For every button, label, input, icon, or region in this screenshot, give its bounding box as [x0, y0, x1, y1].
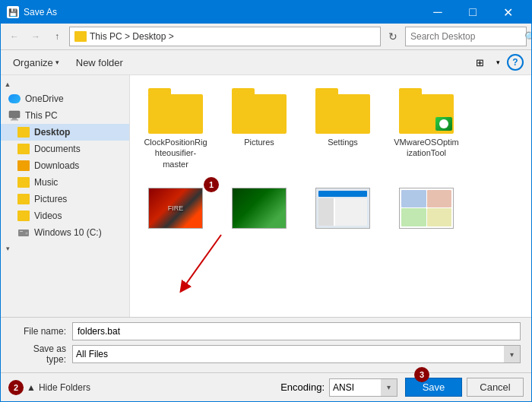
file-item-clockposition[interactable]: ClockPositionRighteousifier-master: [138, 83, 214, 175]
drive-icon: [17, 227, 30, 238]
encoding-label: Encoding:: [280, 381, 325, 393]
sidebar-item-downloads[interactable]: Downloads: [1, 157, 129, 174]
view-icons: ⊞ ▾ ?: [470, 53, 524, 71]
new-folder-label: New folder: [76, 57, 123, 68]
annotation-badge-1: 1: [204, 177, 219, 192]
svg-rect-0: [9, 111, 20, 118]
search-box: 🔍: [405, 27, 527, 46]
collapse-icon: ▲: [1, 80, 10, 89]
svg-point-5: [25, 232, 28, 235]
svg-rect-1: [12, 118, 17, 119]
breadcrumb[interactable]: This PC > Desktop >: [69, 27, 381, 46]
sidebar-item-label: Pictures: [34, 194, 67, 204]
up-button[interactable]: ↑: [48, 27, 66, 46]
forward-button[interactable]: →: [27, 27, 45, 46]
downloads-folder-icon: [17, 160, 30, 171]
sidebar-item-thispc[interactable]: This PC: [1, 107, 129, 124]
file-item-thumb3[interactable]: [305, 182, 381, 234]
file-name: VMwareOSOptimizationTool: [394, 137, 459, 159]
sidebar-item-videos[interactable]: Videos: [1, 207, 129, 224]
organize-button[interactable]: Organize ▾: [8, 55, 64, 70]
file-item-settings[interactable]: Settings: [305, 83, 381, 175]
sidebar: ▲ OneDrive This PC Desktop: [1, 75, 130, 317]
filename-input[interactable]: [72, 322, 521, 340]
breadcrumb-folder-icon: [74, 31, 87, 42]
sidebar-item-label: Desktop: [34, 127, 70, 138]
file-item-thumb1[interactable]: FIRE 1: [138, 182, 214, 234]
folder-icon: [17, 177, 30, 188]
file-item-thumb2[interactable]: [221, 182, 297, 234]
thumbnail-green: [232, 188, 287, 229]
title-bar: 💾 Save As ─ □ ✕: [1, 1, 531, 24]
hide-folders-button[interactable]: ▲ Hide Folders: [27, 382, 90, 393]
file-grid: ClockPositionRighteousifier-master Pictu…: [130, 75, 531, 317]
cancel-label: Cancel: [480, 381, 510, 393]
folder-icon: [17, 127, 30, 138]
help-button[interactable]: ?: [507, 54, 524, 71]
folder-icon-large: [148, 88, 203, 134]
main-area: ▲ OneDrive This PC Desktop: [1, 75, 531, 317]
sidebar-item-onedrive[interactable]: OneDrive: [1, 90, 129, 107]
window-icon: 💾: [7, 6, 19, 18]
sidebar-item-music[interactable]: Music: [1, 174, 129, 191]
refresh-button[interactable]: ↻: [384, 27, 402, 46]
annotation-badge-3: 3: [414, 367, 429, 382]
folder-icon-large: [315, 88, 370, 134]
encoding-select[interactable]: ANSI UTF-8 Unicode: [329, 378, 397, 397]
save-label: Save: [423, 381, 445, 393]
folder-icon: [17, 144, 30, 154]
save-as-dialog: 💾 Save As ─ □ ✕ ← → ↑ This PC > Desktop …: [0, 0, 532, 402]
file-name: Pictures: [244, 137, 274, 147]
file-name: ClockPositionRighteousifier-master: [143, 137, 208, 169]
file-item-pictures[interactable]: Pictures: [221, 83, 297, 175]
folder-icon-large: [232, 88, 287, 134]
sidebar-item-label: Music: [34, 177, 58, 188]
annotation-badge-2: 2: [8, 380, 24, 395]
expand-icon: ▾: [1, 244, 10, 253]
file-name: Settings: [328, 137, 358, 147]
filename-label: File name:: [11, 326, 72, 337]
sidebar-item-desktop[interactable]: Desktop: [1, 124, 129, 141]
filetype-select-wrapper: All Files ▾: [72, 345, 521, 363]
svg-rect-4: [20, 231, 23, 232]
new-folder-button[interactable]: New folder: [71, 55, 128, 70]
window-title: Save As: [24, 7, 420, 17]
save-button[interactable]: Save: [405, 378, 462, 397]
sidebar-item-label: Videos: [34, 210, 62, 221]
action-bar: 2 ▲ Hide Folders Encoding: ANSI UTF-8 Un…: [1, 372, 531, 401]
address-bar: ← → ↑ This PC > Desktop > ↻ 🔍: [1, 24, 531, 50]
filename-row: File name:: [11, 322, 521, 340]
vmware-folder-icon: [399, 88, 454, 134]
thumbnail-grid: [399, 188, 454, 229]
svg-rect-2: [11, 119, 18, 121]
breadcrumb-text: This PC > Desktop >: [90, 31, 174, 42]
sidebar-item-label: Windows 10 (C:): [34, 227, 102, 238]
save-section: 3 Save: [405, 378, 462, 397]
thumbnail-screenshot: [315, 188, 370, 229]
sidebar-item-drive-c[interactable]: Windows 10 (C:): [1, 224, 129, 241]
back-button[interactable]: ←: [5, 27, 24, 46]
file-item-vmware[interactable]: VMwareOSOptimizationTool: [388, 83, 464, 175]
file-item-thumb4[interactable]: [388, 182, 464, 234]
folder-icon: [17, 210, 30, 221]
folder-icon: [17, 194, 30, 204]
filetype-select[interactable]: All Files: [72, 345, 521, 363]
sidebar-item-documents[interactable]: Documents: [1, 141, 129, 157]
thumbnail-red: FIRE: [148, 188, 203, 229]
filetype-row: Save as type: All Files ▾: [11, 343, 521, 365]
search-input[interactable]: [410, 31, 524, 42]
cancel-button[interactable]: Cancel: [467, 378, 524, 397]
view-mode-button[interactable]: ⊞: [470, 53, 489, 71]
maximize-button[interactable]: □: [455, 1, 490, 24]
window-controls: ─ □ ✕: [420, 1, 525, 24]
minimize-button[interactable]: ─: [420, 1, 455, 24]
view-mode-chevron[interactable]: ▾: [489, 53, 507, 71]
collapse-icon: ▲: [27, 382, 36, 393]
organize-chevron-icon: ▾: [55, 59, 59, 66]
sidebar-item-pictures[interactable]: Pictures: [1, 191, 129, 207]
hide-folders-label: Hide Folders: [39, 382, 90, 393]
filetype-label: Save as type:: [11, 343, 72, 365]
close-button[interactable]: ✕: [490, 1, 525, 24]
search-icon: 🔍: [524, 31, 532, 43]
sidebar-item-label: OneDrive: [25, 93, 64, 104]
